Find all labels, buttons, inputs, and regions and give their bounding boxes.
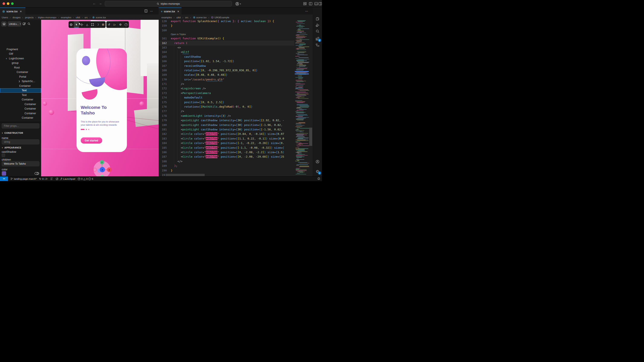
tab-scene-tsx-right[interactable]: scene.tsx ✕ [159, 7, 182, 15]
get-started-button[interactable]: Get started [81, 137, 102, 144]
toggle-primary-sidebar-icon[interactable] [309, 2, 312, 5]
sync-item[interactable]: ↻ 0↓ 2↑ [39, 178, 48, 180]
code-line-188[interactable]: 188 </> [159, 159, 294, 164]
tree-item-text[interactable]: Text [0, 88, 41, 93]
code-line-173[interactable]: 173 <PerspectiveCamera [159, 91, 294, 95]
tree-item-portal[interactable]: Portal [0, 74, 41, 79]
run-debug-icon[interactable] [315, 23, 320, 27]
branch-item[interactable]: landing-page-march* [10, 178, 37, 180]
help-icon[interactable]: ? [123, 21, 129, 28]
gizmo-z-handle[interactable]: Z [100, 167, 105, 172]
settings-gear-icon[interactable]: ⚙ 1 [315, 169, 320, 174]
account-menu[interactable]: ▾ [235, 1, 244, 6]
tree-item-container[interactable]: Container [0, 107, 41, 111]
command-center-search[interactable]: triplex-monorepo [105, 1, 232, 6]
window-zoom-button[interactable] [11, 2, 14, 5]
transform-tool-button[interactable] [90, 21, 95, 28]
toggle-panel-icon[interactable] [314, 2, 318, 5]
prop-children-input[interactable] [2, 161, 40, 166]
code-line-184[interactable]: 184 <Circle color="#d63f84" position={[-… [159, 141, 294, 145]
color-toggle-icon[interactable] [34, 172, 39, 175]
section-appearance[interactable]: ∨ APPEARANCE [2, 146, 21, 149]
customize-layout-icon[interactable] [303, 2, 307, 5]
tree-item-group[interactable]: group [0, 61, 41, 65]
play-icon[interactable]: ▷ [112, 21, 118, 28]
color-swatch[interactable] [2, 171, 6, 176]
account-icon[interactable] [315, 159, 320, 164]
launchpad-item[interactable]: Launchpad [56, 178, 75, 180]
breadcrumb-item[interactable]: examples [57, 16, 71, 19]
vertical-scrollbar[interactable] [309, 128, 312, 146]
more-actions-icon[interactable]: ⋯ [150, 9, 153, 13]
axis-gizmo[interactable]: Y Z X [94, 161, 110, 176]
breadcrumb-item-symbol[interactable]: UIKitExample [207, 16, 229, 19]
breadcrumb-item[interactable]: douges [9, 16, 21, 19]
breadcrumb-item[interactable]: examples [162, 16, 172, 19]
nav-forward-icon[interactable]: → [98, 1, 102, 5]
code-line-171[interactable]: 171 /> [159, 82, 294, 86]
component-select[interactable]: UIKitEx... ∨ [8, 21, 21, 26]
breadcrumb-item-file[interactable]: scene.tsx [88, 16, 106, 19]
undo-icon[interactable]: ↺ [106, 21, 112, 28]
code-line-162[interactable]: 162 return ( [159, 41, 294, 45]
split-editor-icon[interactable] [144, 9, 148, 12]
breadcrumb-item[interactable]: uikit [172, 16, 180, 19]
code-line-170[interactable]: 170 src="/assets/pmndrs.glb" [159, 77, 294, 82]
compare-item[interactable] [50, 178, 53, 180]
chevron-right-icon[interactable]: ❯ [18, 80, 20, 82]
toggle-secondary-sidebar-icon[interactable] [318, 2, 322, 5]
tree-item-container[interactable]: Container [0, 84, 41, 88]
code-line-177[interactable]: 177 /> [159, 109, 294, 113]
explorer-icon[interactable] [315, 16, 320, 21]
code-editor[interactable]: 120export function SplashScene({ active … [159, 20, 313, 176]
castshadow-checkbox[interactable] [2, 154, 5, 157]
more-actions-icon[interactable]: ⋯ [305, 9, 308, 13]
tree-item-text[interactable]: Text [0, 93, 41, 97]
notifications-bell-icon[interactable] [317, 177, 320, 180]
tree-item-fragment[interactable]: Fragment [0, 47, 41, 52]
nav-back-icon[interactable]: ← [92, 1, 96, 5]
code-line-190[interactable]: 190} [159, 168, 294, 173]
tree-item-gltf[interactable]: Gltf [0, 52, 41, 56]
code-line-167[interactable]: 167 receiveShadow [159, 64, 294, 68]
breadcrumb-item[interactable]: src [182, 16, 188, 19]
triplex-3d-viewport[interactable]: Welcome To Talsho This is the place for … [41, 20, 159, 176]
tab-close-icon[interactable]: ✕ [177, 10, 179, 13]
breadcrumb-item[interactable]: triplex-monorepo [34, 16, 56, 19]
code-line-185[interactable]: 185 <Circle color="#d63f84" position={[-… [159, 146, 294, 150]
code-line-161[interactable]: 161export function UIKitExample() { [159, 36, 294, 41]
breadcrumb-item[interactable]: src [81, 16, 88, 19]
filter-props-input[interactable] [2, 123, 40, 129]
code-line-180[interactable]: 180 <pointLight castShadow intensity={30… [159, 123, 294, 127]
tab-close-icon[interactable]: ✕ [20, 10, 22, 13]
tree-item-root[interactable]: Root [0, 65, 41, 70]
night-mode-button[interactable]: ☽ [95, 21, 100, 28]
tree-item-container[interactable]: Container [0, 102, 41, 107]
remote-indicator[interactable]: >< [0, 177, 8, 181]
layers-button[interactable] [1, 21, 6, 26]
breadcrumb-item[interactable]: uikit [72, 16, 80, 19]
code-line-172[interactable]: 172 <LoginScreen /> [159, 86, 294, 91]
grid-view-button[interactable]: ⊞ [100, 21, 106, 28]
gizmo-y-handle[interactable]: Y [100, 160, 104, 165]
settings-gear-icon[interactable]: ⚙ [118, 21, 124, 28]
globe-tool-button[interactable] [68, 21, 74, 28]
window-close-button[interactable] [2, 2, 5, 5]
horizontal-scrollbar[interactable] [166, 174, 205, 176]
extensions-icon[interactable]: 2 [315, 36, 320, 41]
breadcrumb-item[interactable]: Users [2, 16, 8, 19]
tree-item-loginscreen[interactable]: ∨LoginScreen [0, 56, 41, 61]
tree-item-container[interactable]: Container [0, 70, 41, 75]
code-line-179[interactable]: 179 <pointLight castShadow intensity={30… [159, 118, 294, 123]
edit-component-icon[interactable] [22, 22, 26, 25]
code-line-189[interactable]: 189 ); [159, 164, 294, 168]
code-line-120[interactable]: 120export function SplashScene({ active … [159, 20, 294, 23]
section-constructor[interactable]: ∨ CONSTRUCTOR [2, 132, 23, 134]
code-line-176[interactable]: 176 rotation={[MathUtils.degToRad(-9), 0… [159, 104, 294, 109]
code-line-175[interactable]: 175 position={[0, 0.5, 2.5]} [159, 100, 294, 104]
code-line-166[interactable]: 166 position={[1.02, 1.54, -1.72]} [159, 59, 294, 63]
code-line-165[interactable]: 165 castShadow [159, 54, 294, 59]
breadcrumb-item[interactable]: projects [21, 16, 34, 19]
code-line-160[interactable]: 160 [159, 28, 294, 32]
tree-item-container[interactable]: Container [0, 97, 41, 102]
